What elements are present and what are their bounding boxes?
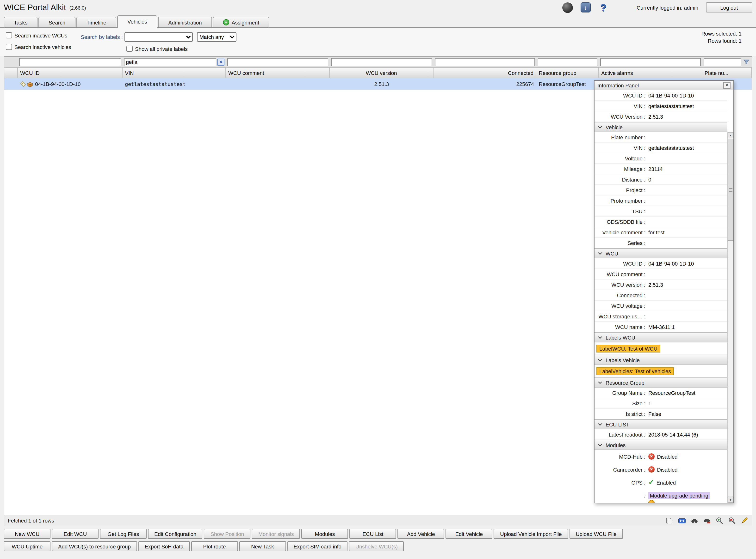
column-header-connected[interactable]: Connected	[433, 68, 536, 78]
zoom-clear-icon[interactable]	[728, 516, 736, 525]
info-row: Project :	[595, 185, 727, 196]
resource-group-filter-input[interactable]	[538, 58, 598, 66]
wcu-id-value: 04-1B-94-00-1D-10	[35, 81, 81, 87]
wcu-comment-filter-input[interactable]	[227, 58, 328, 66]
section-header-vehicle[interactable]: Vehicle	[595, 122, 727, 132]
section-header-resource-group[interactable]: Resource Group	[595, 378, 727, 387]
info-row-value: getlatestastatustest	[648, 103, 694, 109]
logout-button[interactable]: Log out	[706, 2, 752, 13]
plate-filter-input[interactable]	[704, 58, 741, 66]
tab-search[interactable]: Search	[39, 17, 75, 27]
export-soh-data-button[interactable]: Export SoH data	[138, 541, 190, 551]
edit-configuration-button[interactable]: Edit Configuration	[148, 529, 202, 539]
info-row-label: Series :	[595, 240, 648, 246]
close-icon[interactable]: ✕	[723, 82, 731, 89]
zoom-in-icon[interactable]	[715, 516, 723, 525]
section-header-labels-wcu[interactable]: Labels WCU	[595, 332, 727, 342]
get-log-files-button[interactable]: Get Log Files	[100, 529, 147, 539]
help-icon[interactable]: ?	[598, 2, 609, 13]
scroll-up-icon[interactable]: ▲	[728, 132, 733, 138]
wcu-uptime-button[interactable]: WCU Uptime	[4, 541, 50, 551]
panel-scrollbar[interactable]: ▲ ▼	[727, 132, 733, 503]
new-task-button[interactable]: New Task	[239, 541, 286, 551]
logged-in-label: Currently logged in: admin	[636, 4, 698, 10]
monitor-signals-button: Monitor signals	[252, 529, 300, 539]
modules-button[interactable]: Modules	[302, 529, 348, 539]
info-row-value: 04-1B-94-00-1D-10	[648, 261, 694, 266]
edit-vehicle-button[interactable]: Edit Vehicle	[446, 529, 492, 539]
tab-assignment-label: Assignment	[232, 19, 259, 25]
upload-vehicle-import-file-button[interactable]: Upload Vehicle Import File	[494, 529, 568, 539]
info-row-label: GDS/SDDB file :	[595, 219, 648, 224]
tab-tasks[interactable]: Tasks	[4, 17, 38, 27]
upload-wcu-file-button[interactable]: Upload WCU File	[569, 529, 623, 539]
info-row-value: for test	[648, 229, 665, 235]
clear-filter-icon[interactable]: ✕	[217, 58, 224, 66]
connected-cell: 225674	[433, 78, 536, 90]
section-header-modules[interactable]: Modules	[595, 440, 727, 450]
search-inactive-vehicles-checkbox[interactable]: Search inactive vehicles	[6, 44, 71, 50]
edit-icon[interactable]	[740, 516, 748, 525]
info-row-label: Latest readout :	[595, 431, 648, 437]
column-header-wcu-comment[interactable]: WCU comment	[226, 68, 330, 78]
scrollbar-thumb[interactable]	[728, 139, 733, 241]
labels-select[interactable]	[125, 32, 193, 42]
module-row-mcd-hub: MCD-Hub : ✕ Disabled	[595, 450, 727, 463]
column-header-wcu-id[interactable]: WCU ID	[18, 68, 123, 78]
wcu-version-filter-input[interactable]	[331, 58, 432, 66]
scroll-down-icon[interactable]: ▼	[728, 496, 733, 503]
column-header-plate-number[interactable]: Plate nu...	[702, 68, 752, 78]
info-row: Vehicle comment : for test	[595, 227, 727, 238]
section-header-labels-vehicle[interactable]: Labels Vehicle	[595, 355, 727, 365]
info-row: Size : 1	[595, 398, 727, 409]
wcu-id-filter-input[interactable]	[19, 58, 121, 66]
disabled-icon: ✕	[648, 466, 654, 473]
copy-icon[interactable]	[665, 516, 673, 525]
info-row: Mileage : 23114	[595, 164, 727, 174]
globe-icon[interactable]	[562, 2, 573, 13]
ecu-list-button[interactable]: ECU List	[350, 529, 396, 539]
column-header-active-alarms[interactable]: Active alarms	[599, 68, 702, 78]
module-status: Disabled	[657, 467, 678, 472]
section-header-wcu[interactable]: WCU	[595, 248, 727, 259]
checkbox-icon[interactable]	[6, 32, 12, 39]
info-row: VIN : getlatestastatustest	[595, 143, 727, 153]
edit-wcu-button[interactable]: Edit WCU	[52, 529, 99, 539]
vin-filter-input[interactable]	[124, 58, 216, 66]
match-mode-select[interactable]: Match any	[197, 32, 236, 42]
column-header-vin[interactable]: VIN	[123, 68, 226, 78]
module-label: Canrecorder :	[595, 467, 648, 472]
tag-icon	[20, 81, 26, 87]
search-inactive-wcus-checkbox[interactable]: Search inactive WCUs	[6, 32, 67, 39]
add-wcus-to-resource-group-button[interactable]: Add WCU(s) to resource group	[52, 541, 137, 551]
tab-timeline[interactable]: Timeline	[77, 17, 116, 27]
download-icon[interactable]: ↓	[580, 2, 591, 13]
toolbar-row-2: WCU Uptime Add WCU(s) to resource group …	[4, 541, 752, 551]
tab-assignment[interactable]: + Assignment	[213, 17, 269, 27]
export-icon[interactable]	[678, 516, 686, 525]
column-header-resource-group[interactable]: Resource group	[536, 68, 599, 78]
column-header-wcu-version[interactable]: WCU version	[330, 68, 433, 78]
tab-administration[interactable]: Administration	[158, 17, 212, 27]
info-row: Distance : 0	[595, 174, 727, 185]
chevron-down-icon	[598, 126, 602, 129]
checkbox-icon[interactable]	[126, 46, 133, 52]
find-remove-icon[interactable]	[703, 516, 711, 525]
checkbox-icon[interactable]	[6, 44, 12, 50]
filter-funnel-icon[interactable]	[742, 58, 750, 66]
plot-route-button[interactable]: Plot route	[191, 541, 238, 551]
connected-filter-input[interactable]	[435, 58, 535, 66]
header-right: ↓ ? Currently logged in: admin Log out	[555, 2, 752, 13]
tab-vehicles[interactable]: Vehicles	[117, 15, 157, 28]
info-row: Group Name : ResourceGroupTest	[595, 387, 727, 398]
export-sim-card-info-button[interactable]: Export SIM card info	[287, 541, 347, 551]
info-row: WCU comment :	[595, 269, 727, 280]
section-header-ecu-list[interactable]: ECU LIST	[595, 419, 727, 429]
find-icon[interactable]	[690, 516, 698, 525]
show-all-private-labels-checkbox[interactable]: Show all private labels	[126, 46, 188, 52]
active-alarms-filter-input[interactable]	[600, 58, 701, 66]
new-wcu-button[interactable]: New WCU	[4, 529, 50, 539]
info-row-label: TSU :	[595, 208, 648, 214]
add-vehicle-button[interactable]: Add Vehicle	[398, 529, 444, 539]
info-row-label: Group Name :	[595, 390, 648, 396]
